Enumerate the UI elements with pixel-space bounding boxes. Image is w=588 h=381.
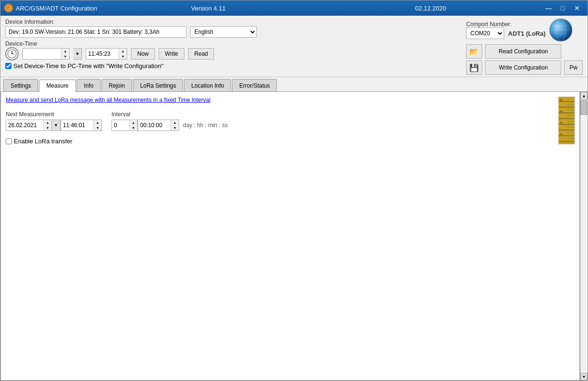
comport-select[interactable]: COM20 COM1 COM2 <box>466 28 504 39</box>
next-date-spinner: ▲ ▼ <box>43 120 51 130</box>
device-info-box: Dev: 19.0 SW-Version: 21.06 Stat: 1 Sn: … <box>5 26 458 38</box>
measure-tab-content: Measure and send LoRa message with all M… <box>0 92 580 381</box>
tab-lora-settings[interactable]: LoRa Settings <box>133 79 183 91</box>
pw-button[interactable]: Pw <box>564 60 583 75</box>
device-time-row: ▲ ▼ ▼ ▲ ▼ <box>5 47 458 60</box>
device-date-input[interactable] <box>23 50 61 58</box>
interval-time-spinner: ▲ ▼ <box>171 120 179 130</box>
interval-time-up[interactable]: ▲ <box>171 120 179 125</box>
date-spinner: ▲ ▼ <box>61 49 69 59</box>
next-date-up[interactable]: ▲ <box>44 120 51 125</box>
device-time-section: Device-Time <box>5 40 458 70</box>
right-section: Comport Number: COM20 COM1 COM2 ADT1 (Lo… <box>466 19 583 75</box>
device-info-section: Device Information: Dev: 19.0 SW-Version… <box>5 19 458 38</box>
interval-group: Interval ▲ ▼ <box>112 111 228 131</box>
maximize-button[interactable]: □ <box>556 3 569 13</box>
scroll-thumb[interactable] <box>580 100 587 115</box>
ruler-decoration: 55 54 74 <box>558 97 575 144</box>
interval-days-up[interactable]: ▲ <box>130 120 137 125</box>
write-config-row: 💾 Write Configuration Pw <box>466 60 583 75</box>
scroll-up-btn[interactable]: ▲ <box>580 92 588 100</box>
next-time-field[interactable]: ▲ ▼ <box>61 120 102 131</box>
save-file-button[interactable]: 💾 <box>466 60 482 75</box>
comport-row: Comport Number: COM20 COM1 COM2 ADT1 (Lo… <box>466 19 572 41</box>
sync-time-checkbox[interactable] <box>5 63 11 69</box>
version-label: Version 4.11 <box>97 5 320 12</box>
tab-info[interactable]: Info <box>77 79 101 91</box>
next-date-input[interactable] <box>6 121 43 130</box>
device-time-input[interactable] <box>86 50 119 58</box>
read-button[interactable]: Read <box>188 48 214 60</box>
svg-text:55: 55 <box>559 99 563 101</box>
time-up-btn[interactable]: ▲ <box>119 49 127 54</box>
main-content: Device Information: Dev: 19.0 SW-Version… <box>0 16 588 381</box>
tab-error-status[interactable]: Error/Status <box>232 79 277 91</box>
svg-rect-9 <box>558 97 575 144</box>
tab-rejoin[interactable]: Rejoin <box>101 79 132 91</box>
comport-label: Comport Number: <box>466 21 546 28</box>
write-config-button[interactable]: Write Configuration <box>485 60 561 75</box>
now-button[interactable]: Now <box>131 48 155 60</box>
interval-time-down[interactable]: ▼ <box>171 125 179 130</box>
config-buttons: 📂 Read Configuration 💾 Write Configurati… <box>466 44 583 75</box>
scrollbar[interactable]: ▲ ▼ <box>580 92 588 381</box>
language-select[interactable]: English German French <box>190 26 257 38</box>
scroll-down-btn[interactable]: ▼ <box>580 373 588 381</box>
main-window: 🔧 ARC/GSM/ADT Configuration Version 4.11… <box>0 0 588 381</box>
interval-time-input[interactable] <box>138 121 171 130</box>
enable-lora-checkbox[interactable] <box>6 138 12 144</box>
device-time-field[interactable]: ▲ ▼ <box>86 48 127 60</box>
sync-time-label: Set Device-Time to PC-Time with "Write C… <box>13 62 163 70</box>
read-config-button[interactable]: Read Configuration <box>485 44 561 59</box>
globe-icon <box>549 19 572 41</box>
close-button[interactable]: ✕ <box>570 3 584 13</box>
measure-description[interactable]: Measure and send LoRa message with all M… <box>6 97 575 103</box>
enable-lora-row: Enable LoRa transfer <box>6 138 72 145</box>
next-measurement-fields: ▲ ▼ ▼ ▲ ▼ <box>6 120 102 131</box>
next-time-up[interactable]: ▲ <box>94 120 101 125</box>
device-info-row: Device Information: Dev: 19.0 SW-Version… <box>5 19 458 38</box>
device-date-field[interactable]: ▲ ▼ <box>22 48 70 60</box>
svg-text:54: 54 <box>559 110 563 113</box>
adt-label: ADT1 (LoRa) <box>508 30 546 37</box>
enable-lora-label: Enable LoRa transfer <box>14 138 72 145</box>
next-measurement-group: Next Measurement ▲ ▼ ▼ <box>6 111 102 131</box>
interval-days-field[interactable]: ▲ ▼ <box>112 120 138 131</box>
tab-measure[interactable]: Measure <box>39 80 76 92</box>
scroll-track[interactable] <box>580 100 588 373</box>
calendar-btn[interactable]: ▼ <box>73 48 82 60</box>
window-title: ARC/GSM/ADT Configuration <box>16 5 97 12</box>
interval-label: Interval <box>112 111 228 118</box>
sync-time-checkbox-row: Set Device-Time to PC-Time with "Write C… <box>5 62 458 70</box>
next-time-input[interactable] <box>61 121 93 130</box>
measure-description-wrapper: Measure and send LoRa message with all M… <box>6 97 575 111</box>
date-up-btn[interactable]: ▲ <box>61 49 69 54</box>
time-down-btn[interactable]: ▼ <box>119 54 127 59</box>
device-time-label: Device-Time <box>5 40 458 47</box>
left-section: Device Information: Dev: 19.0 SW-Version… <box>5 19 458 70</box>
interval-fields: ▲ ▼ ▲ ▼ day : hh <box>112 120 228 131</box>
minimize-button[interactable]: — <box>542 3 555 13</box>
interval-days-spinner: ▲ ▼ <box>129 120 137 130</box>
write-button[interactable]: Write <box>159 48 184 60</box>
tab-location-info[interactable]: Location Info <box>184 79 231 91</box>
next-date-field[interactable]: ▲ ▼ <box>6 120 52 131</box>
tab-settings[interactable]: Settings <box>3 79 38 91</box>
interval-days-down[interactable]: ▼ <box>130 125 137 130</box>
title-bar: 🔧 ARC/GSM/ADT Configuration Version 4.11… <box>0 0 588 16</box>
window-controls: — □ ✕ <box>542 3 584 13</box>
svg-text:74: 74 <box>559 121 563 124</box>
interval-time-field[interactable]: ▲ ▼ <box>138 120 179 131</box>
next-date-down[interactable]: ▼ <box>44 125 51 130</box>
date-down-btn[interactable]: ▼ <box>61 54 69 59</box>
date-label: 02.12.2020 <box>320 5 542 12</box>
time-spinner: ▲ ▼ <box>119 49 127 59</box>
next-time-down[interactable]: ▼ <box>94 125 101 130</box>
app-icon: 🔧 <box>4 4 13 12</box>
comport-section: Comport Number: COM20 COM1 COM2 ADT1 (Lo… <box>466 21 546 39</box>
next-time-spinner: ▲ ▼ <box>93 120 101 130</box>
interval-days-input[interactable] <box>112 121 129 130</box>
open-file-button[interactable]: 📂 <box>466 44 482 59</box>
next-calendar-btn[interactable]: ▼ <box>52 120 61 131</box>
clock-icon <box>5 47 19 60</box>
